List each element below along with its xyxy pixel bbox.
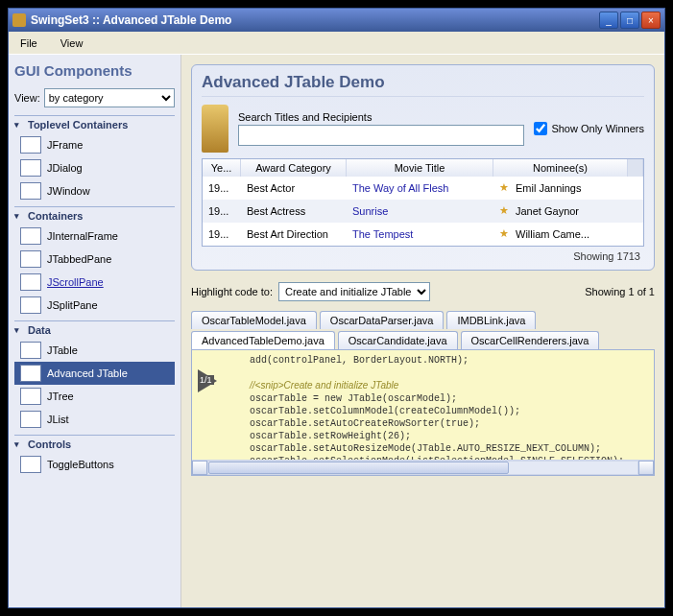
component-icon bbox=[20, 342, 41, 359]
component-icon bbox=[20, 182, 41, 200]
show-only-checkbox[interactable] bbox=[534, 122, 547, 135]
sidebar-item-jdialog[interactable]: JDialog bbox=[14, 156, 175, 179]
column-title[interactable]: Movie Title bbox=[347, 159, 493, 177]
component-icon bbox=[20, 250, 41, 268]
panel-title: Advanced JTable Demo bbox=[202, 73, 644, 97]
tab-oscarcellrenderers-java[interactable]: OscarCellRenderers.java bbox=[461, 331, 600, 349]
highlight-select[interactable]: Create and initialize JTable bbox=[278, 282, 430, 301]
column-scrollhead bbox=[628, 159, 643, 177]
menubar: File View bbox=[9, 32, 664, 55]
sidebar-item-jtabbedpane[interactable]: JTabbedPane bbox=[14, 248, 175, 271]
scroll-left-button[interactable] bbox=[192, 461, 207, 475]
menu-view[interactable]: View bbox=[55, 35, 89, 52]
tab-oscarcandidate-java[interactable]: OscarCandidate.java bbox=[338, 331, 458, 349]
show-only-winners[interactable]: Show Only Winners bbox=[534, 122, 644, 135]
component-icon bbox=[20, 365, 41, 382]
sidebar-item-jlist[interactable]: JList bbox=[14, 408, 175, 431]
app-window: SwingSet3 :: Advanced JTable Demo _ □ × … bbox=[8, 8, 665, 608]
titlebar[interactable]: SwingSet3 :: Advanced JTable Demo _ □ × bbox=[9, 9, 664, 32]
tab-advancedtabledemo-java[interactable]: AdvancedTableDemo.java bbox=[191, 331, 335, 349]
maximize-button[interactable]: □ bbox=[620, 12, 639, 29]
highlight-showing: Showing 1 of 1 bbox=[585, 286, 655, 297]
category-data[interactable]: Data bbox=[14, 320, 175, 339]
results-table: Ye... Award Category Movie Title Nominee… bbox=[202, 158, 644, 247]
horizontal-scrollbar[interactable] bbox=[192, 460, 654, 475]
sidebar-item-jframe[interactable]: JFrame bbox=[14, 133, 175, 156]
sidebar-heading: GUI Components bbox=[14, 62, 175, 79]
code-viewer: 1/1 add(controlPanel, BorderLayout.NORTH… bbox=[191, 349, 655, 476]
sidebar-item-advanced-jtable[interactable]: Advanced JTable bbox=[14, 362, 175, 385]
column-year[interactable]: Ye... bbox=[203, 159, 241, 177]
scroll-thumb[interactable] bbox=[208, 462, 509, 474]
component-icon bbox=[20, 411, 41, 428]
column-category[interactable]: Award Category bbox=[241, 159, 347, 177]
star-icon: ★ bbox=[499, 204, 513, 218]
sidebar-item-jwindow[interactable]: JWindow bbox=[14, 179, 175, 202]
component-icon bbox=[20, 296, 41, 314]
sidebar-item-jtree[interactable]: JTree bbox=[14, 385, 175, 408]
component-icon bbox=[20, 159, 41, 177]
code-content: add(controlPanel, BorderLayout.NORTH); /… bbox=[192, 350, 654, 476]
component-icon bbox=[20, 227, 41, 245]
category-toplevel-containers[interactable]: Toplevel Containers bbox=[14, 115, 175, 133]
table-row[interactable]: 19...Best ActorThe Way of All Flesh★Emil… bbox=[203, 177, 643, 200]
category-containers[interactable]: Containers bbox=[14, 206, 175, 225]
sidebar: GUI Components View: by category Topleve… bbox=[9, 55, 181, 607]
view-select[interactable]: by category bbox=[44, 88, 175, 107]
window-title: SwingSet3 :: Advanced JTable Demo bbox=[31, 13, 599, 27]
showing-count: Showing 1713 bbox=[202, 250, 644, 262]
sidebar-item-jinternalframe[interactable]: JInternalFrame bbox=[14, 225, 175, 248]
table-header: Ye... Award Category Movie Title Nominee… bbox=[203, 159, 643, 177]
search-label: Search Titles and Recipients bbox=[238, 111, 524, 123]
star-icon: ★ bbox=[499, 181, 513, 195]
menu-file[interactable]: File bbox=[14, 35, 43, 52]
highlight-label: Highlight code to: bbox=[191, 286, 273, 297]
close-button[interactable]: × bbox=[641, 12, 661, 29]
sidebar-item-jsplitpane[interactable]: JSplitPane bbox=[14, 294, 175, 317]
sidebar-item-togglebuttons[interactable]: ToggleButtons bbox=[14, 453, 175, 476]
table-row[interactable]: 19...Best Art DirectionThe Tempest★Willi… bbox=[203, 223, 643, 246]
minimize-button[interactable]: _ bbox=[599, 12, 618, 29]
search-input[interactable] bbox=[238, 125, 524, 146]
snippet-arrow-icon: 1/1 bbox=[198, 369, 217, 392]
scroll-right-button[interactable] bbox=[638, 461, 654, 475]
oscar-icon bbox=[202, 105, 228, 153]
tab-oscardataparser-java[interactable]: OscarDataParser.java bbox=[320, 311, 445, 329]
main-panel: Advanced JTable Demo Search Titles and R… bbox=[181, 55, 664, 607]
app-icon bbox=[12, 13, 26, 27]
tab-imdblink-java[interactable]: IMDBLink.java bbox=[446, 311, 536, 329]
column-nominee[interactable]: Nominee(s) bbox=[493, 159, 628, 177]
component-icon bbox=[20, 273, 41, 291]
source-tabs: OscarTableModel.javaOscarDataParser.java… bbox=[191, 309, 655, 349]
view-label: View: bbox=[14, 92, 40, 104]
table-row[interactable]: 19...Best ActressSunrise★Janet Gaynor bbox=[203, 200, 643, 223]
category-controls[interactable]: Controls bbox=[14, 435, 175, 453]
sidebar-item-jscrollpane[interactable]: JScrollPane bbox=[14, 271, 175, 294]
tab-oscartablemodel-java[interactable]: OscarTableModel.java bbox=[191, 311, 317, 329]
sidebar-item-jtable[interactable]: JTable bbox=[14, 339, 175, 362]
component-icon bbox=[20, 456, 41, 473]
component-icon bbox=[20, 136, 41, 154]
star-icon: ★ bbox=[499, 227, 513, 241]
component-icon bbox=[20, 388, 41, 405]
